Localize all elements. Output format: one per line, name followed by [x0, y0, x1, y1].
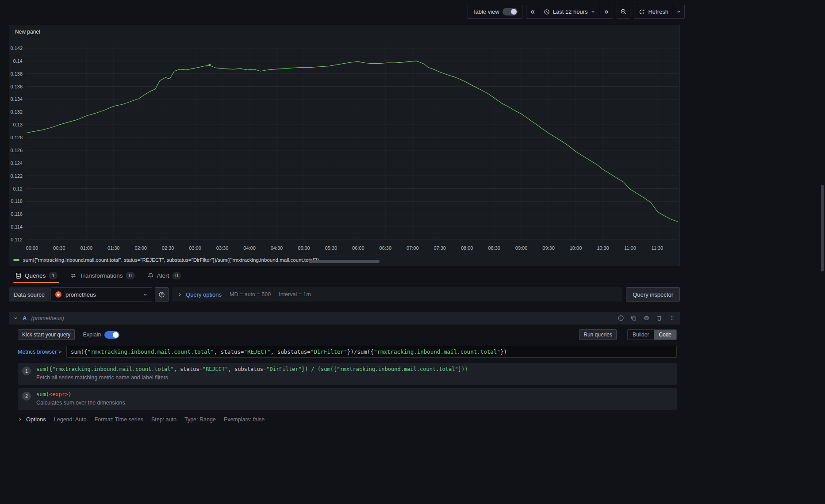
- time-range-label: Last 12 hours: [553, 8, 588, 15]
- chart-svg: [26, 46, 678, 242]
- options-label: Options: [26, 416, 46, 423]
- code-token: "DirFilter": [311, 348, 347, 355]
- refresh-label: Refresh: [648, 8, 668, 15]
- query-toolbar: Kick start your query Explain Run querie…: [18, 329, 677, 340]
- options-toggle[interactable]: Options: [18, 416, 46, 423]
- chevron-right-icon: [18, 417, 23, 422]
- bell-icon: [147, 272, 154, 279]
- legend-series-label[interactable]: sum({"rmxtracking.inbound.mail.count.tot…: [23, 257, 319, 263]
- y-tick-label: 0.132: [10, 109, 23, 115]
- x-tick-label: 07:00: [407, 245, 419, 251]
- time-zoom-out-button[interactable]: [617, 5, 630, 19]
- y-tick-label: 0.138: [10, 71, 23, 76]
- tab-count-badge: 1: [49, 272, 58, 279]
- run-queries-button[interactable]: Run queries: [579, 329, 617, 340]
- prometheus-logo-icon: [55, 291, 62, 298]
- x-tick-label: 08:30: [488, 245, 500, 251]
- table-view-toggle[interactable]: [503, 8, 518, 15]
- query-inspector-button[interactable]: Query inspector: [626, 287, 680, 302]
- explain-step-2: 2 sum(<expr>) Calculates sum over the di…: [18, 388, 677, 410]
- options-meta-step: Step: auto: [151, 416, 177, 423]
- time-shift-forward-button[interactable]: [600, 5, 613, 19]
- time-shift-back-button[interactable]: [526, 5, 539, 19]
- eye-icon[interactable]: [643, 315, 650, 321]
- x-tick-label: 05:30: [325, 245, 338, 251]
- topbar: Table view Last 12 hours Refresh: [0, 5, 685, 19]
- max-data-points-value: MD = auto = 500: [230, 291, 271, 298]
- datasource-help-button[interactable]: [155, 287, 169, 302]
- x-tick-label: 05:00: [298, 245, 310, 251]
- code-token: "rmxtracking.inbound.mail.count.total": [337, 366, 458, 372]
- x-tick-label: 04:00: [243, 245, 256, 251]
- x-tick-label: 07:30: [434, 245, 446, 251]
- interval-value: Interval = 1m: [279, 291, 311, 298]
- datasource-picker[interactable]: prometheus: [50, 287, 152, 302]
- promql-expression-input[interactable]: sum({"rmxtracking.inbound.mail.count.tot…: [66, 346, 677, 358]
- code-token: sum({: [36, 366, 52, 372]
- tab-alert[interactable]: Alert 0: [142, 268, 187, 283]
- x-tick-label: 09:30: [542, 245, 555, 251]
- query-options-footer: Options Legend: Auto Format: Time series…: [18, 416, 677, 423]
- query-ref-id: A: [23, 315, 27, 321]
- y-tick-label: 0.136: [10, 84, 23, 89]
- grip-dots-icon[interactable]: [669, 315, 675, 321]
- y-tick-label: 0.124: [10, 160, 23, 166]
- y-tick-label: 0.128: [10, 135, 23, 140]
- y-tick-label: 0.134: [10, 96, 23, 102]
- x-tick-label: 10:00: [570, 245, 582, 251]
- refresh-interval-dropdown[interactable]: [673, 5, 685, 19]
- toggle-knob: [113, 332, 119, 338]
- step-number-badge: 2: [22, 392, 31, 401]
- code-token: }) / (sum({: [302, 366, 337, 372]
- explain-step-code: sum({"rmxtracking.inbound.mail.count.tot…: [36, 366, 468, 372]
- datasource-label: Data source: [9, 287, 50, 302]
- x-tick-label: 08:00: [461, 245, 473, 251]
- code-token: "rmxtracking.inbound.mail.count.total": [52, 366, 174, 372]
- page-scrollbar-thumb[interactable]: [821, 185, 824, 271]
- code-token: "REJECT": [203, 366, 228, 372]
- info-circle-icon[interactable]: [618, 315, 624, 321]
- explain-step-description: Fetch all series matching metric name an…: [36, 374, 468, 381]
- panel-resize-handle[interactable]: [309, 260, 380, 263]
- metrics-browser-button[interactable]: Metrics browser >: [18, 349, 66, 355]
- chevron-down-icon[interactable]: [13, 316, 18, 321]
- trash-icon[interactable]: [656, 315, 663, 321]
- copy-icon[interactable]: [630, 315, 637, 321]
- editor-mode-toggle: Builder Code: [627, 329, 677, 340]
- step-body: sum(<expr>) Calculates sum over the dime…: [36, 391, 127, 406]
- code-token: , substatus=: [271, 348, 311, 355]
- query-options-label: Query options: [186, 291, 222, 298]
- tab-queries[interactable]: Queries 1: [10, 268, 63, 283]
- chart-area[interactable]: 0.1120.1140.1160.1180.120.1220.1240.1260…: [26, 46, 678, 242]
- query-options-toggle[interactable]: Query options MD = auto = 500 Interval =…: [172, 287, 622, 302]
- mode-code-button[interactable]: Code: [654, 330, 676, 340]
- x-tick-label: 03:30: [216, 245, 229, 251]
- x-tick-label: 11:30: [652, 245, 664, 251]
- x-tick-label: 10:30: [597, 245, 609, 251]
- time-range-picker-button[interactable]: Last 12 hours: [539, 5, 601, 19]
- refresh-group: Refresh: [634, 5, 685, 19]
- y-tick-label: 0.114: [11, 224, 23, 229]
- query-row-header[interactable]: A (prometheus): [9, 312, 680, 325]
- kick-start-query-button[interactable]: Kick start your query: [18, 329, 75, 340]
- toggle-knob: [511, 9, 517, 15]
- tab-transformations[interactable]: Transformations 0: [65, 268, 140, 283]
- options-meta-legend: Legend: Auto: [54, 416, 87, 423]
- y-tick-label: 0.118: [11, 199, 23, 204]
- panel-title[interactable]: New panel: [15, 29, 40, 35]
- y-tick-label: 0.122: [10, 173, 23, 179]
- refresh-button[interactable]: Refresh: [634, 5, 673, 19]
- mode-builder-button[interactable]: Builder: [628, 330, 654, 340]
- chevrons-right-icon: [603, 9, 610, 15]
- tab-count-badge: 0: [126, 272, 134, 279]
- explain-control: Explain: [83, 331, 119, 339]
- x-tick-label: 02:00: [134, 245, 147, 251]
- explain-toggle[interactable]: [104, 331, 119, 339]
- time-nav-group: Last 12 hours: [526, 5, 614, 19]
- transform-arrows-icon: [70, 272, 77, 279]
- refresh-icon: [639, 9, 645, 15]
- tab-label: Transformations: [80, 272, 123, 279]
- x-tick-label: 09:00: [515, 245, 528, 251]
- y-tick-label: 0.126: [10, 148, 23, 153]
- code-token: sum(: [36, 391, 49, 397]
